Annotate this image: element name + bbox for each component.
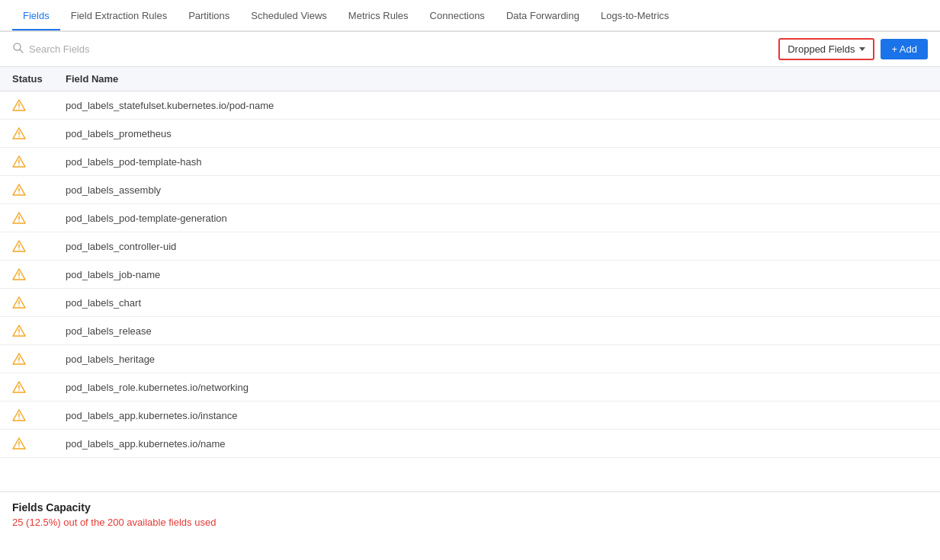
field-name-cell: pod_labels_controller-uid [66, 241, 928, 252]
search-input[interactable] [29, 43, 772, 55]
field-name-cell: pod_labels_statefulset.kubernetes.io/pod… [66, 100, 928, 111]
table-row[interactable]: pod_labels_app.kubernetes.io/name [0, 430, 940, 458]
footer-title: Fields Capacity [12, 501, 928, 514]
dropdown-label: Dropped Fields [788, 43, 855, 55]
status-cell [12, 267, 66, 281]
svg-point-28 [18, 334, 20, 335]
status-cell [12, 352, 66, 366]
svg-point-10 [18, 165, 20, 166]
tab-connections[interactable]: Connections [419, 2, 496, 30]
status-cell [12, 155, 66, 168]
tab-scheduled-views[interactable]: Scheduled Views [240, 2, 338, 30]
svg-point-40 [18, 446, 20, 448]
svg-point-37 [18, 418, 20, 420]
status-cell [12, 183, 66, 197]
status-cell [12, 408, 66, 422]
warning-icon [12, 98, 26, 112]
footer-capacity-text: 25 (12.5%) out of the 200 available fiel… [12, 517, 928, 528]
svg-point-25 [18, 306, 20, 307]
table-row[interactable]: pod_labels_release [0, 317, 940, 345]
chevron-down-icon [859, 47, 865, 51]
tabs-bar: Fields Field Extraction Rules Partitions… [0, 0, 940, 32]
field-name-cell: pod_labels_job-name [66, 269, 928, 280]
field-name-cell: pod_labels_heritage [66, 354, 928, 365]
tab-fields[interactable]: Fields [12, 2, 60, 30]
warning-icon [12, 408, 26, 422]
field-name-cell: pod_labels_role.kubernetes.io/networking [66, 382, 928, 393]
warning-icon [12, 437, 26, 450]
table-row[interactable]: pod_labels_job-name [0, 261, 940, 289]
table-row[interactable]: pod_labels_prometheus [0, 120, 940, 148]
table-row[interactable]: pod_labels_statefulset.kubernetes.io/pod… [0, 91, 940, 120]
svg-point-31 [18, 362, 20, 363]
table-body: pod_labels_statefulset.kubernetes.io/pod… [0, 91, 940, 491]
table-header: Status Field Name [0, 67, 940, 91]
add-button[interactable]: + Add [881, 39, 928, 59]
warning-icon [12, 380, 26, 394]
status-cell [12, 211, 66, 225]
svg-point-16 [18, 221, 20, 222]
warning-icon [12, 183, 26, 197]
table-row[interactable]: pod_labels_role.kubernetes.io/networking [0, 373, 940, 402]
table-row[interactable]: pod_labels_app.kubernetes.io/instance [0, 402, 940, 430]
status-cell [12, 380, 66, 394]
tab-logs-to-metrics[interactable]: Logs-to-Metrics [590, 2, 680, 30]
svg-point-19 [18, 249, 20, 251]
warning-icon [12, 324, 26, 338]
svg-point-22 [18, 277, 20, 279]
status-cell [12, 126, 66, 140]
warning-icon [12, 296, 26, 309]
status-cell [12, 296, 66, 309]
table-row[interactable]: pod_labels_pod-template-generation [0, 204, 940, 232]
warning-icon [12, 239, 26, 253]
table-row[interactable]: pod_labels_chart [0, 289, 940, 317]
tab-field-extraction-rules[interactable]: Field Extraction Rules [60, 2, 178, 30]
col-status-header: Status [12, 73, 66, 85]
tab-data-forwarding[interactable]: Data Forwarding [496, 2, 590, 30]
add-label: + Add [891, 43, 917, 55]
search-wrap [12, 42, 772, 56]
field-name-cell: pod_labels_app.kubernetes.io/name [66, 438, 928, 450]
field-name-cell: pod_labels_prometheus [66, 128, 928, 139]
field-name-cell: pod_labels_chart [66, 297, 928, 309]
status-cell [12, 239, 66, 253]
svg-point-4 [18, 108, 20, 110]
warning-icon [12, 352, 26, 366]
status-cell [12, 437, 66, 450]
svg-point-7 [18, 136, 20, 138]
warning-icon [12, 211, 26, 225]
svg-point-34 [18, 390, 20, 392]
svg-line-1 [20, 50, 23, 53]
table-row[interactable]: pod_labels_controller-uid [0, 232, 940, 261]
status-cell [12, 98, 66, 112]
field-name-cell: pod_labels_release [66, 325, 928, 337]
field-name-cell: pod_labels_pod-template-hash [66, 156, 928, 168]
warning-icon [12, 155, 26, 168]
field-name-cell: pod_labels_assembly [66, 184, 928, 196]
table-row[interactable]: pod_labels_assembly [0, 176, 940, 204]
footer: Fields Capacity 25 (12.5%) out of the 20… [0, 491, 940, 537]
warning-icon [12, 267, 26, 281]
field-name-cell: pod_labels_app.kubernetes.io/instance [66, 410, 928, 421]
field-name-cell: pod_labels_pod-template-generation [66, 213, 928, 224]
table-row[interactable]: pod_labels_pod-template-hash [0, 148, 940, 176]
tab-partitions[interactable]: Partitions [178, 2, 240, 30]
col-fieldname-header: Field Name [66, 73, 928, 85]
dropped-fields-dropdown[interactable]: Dropped Fields [778, 38, 874, 60]
toolbar: Dropped Fields + Add [0, 32, 940, 67]
search-icon [12, 42, 24, 56]
tab-metrics-rules[interactable]: Metrics Rules [338, 2, 419, 30]
svg-point-13 [18, 193, 20, 194]
table-row[interactable]: pod_labels_heritage [0, 345, 940, 373]
warning-icon [12, 126, 26, 140]
status-cell [12, 324, 66, 338]
